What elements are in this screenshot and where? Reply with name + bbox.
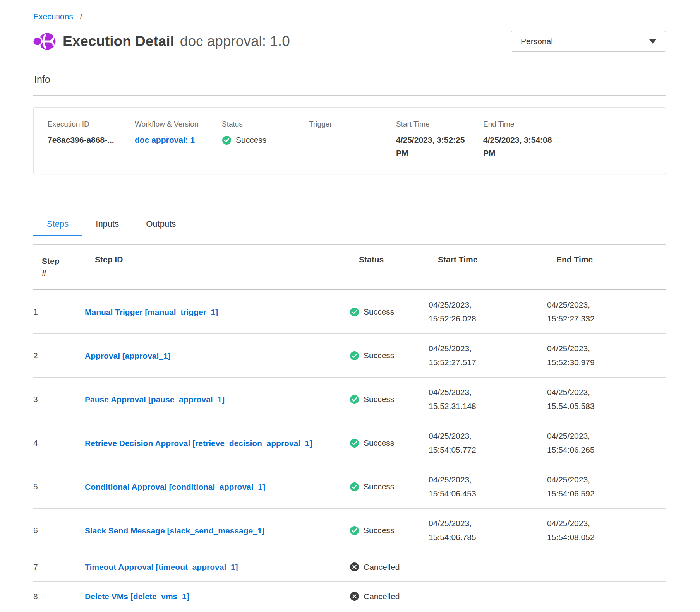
scope-selector-dropdown[interactable]: Personal [511, 31, 666, 52]
step-id-link[interactable]: Slack Send Message [slack_send_message_1… [85, 524, 265, 537]
info-field-start-time: Start Time4/25/2023, 3:52:25 PM [396, 120, 483, 160]
breadcrumb-executions-link[interactable]: Executions [33, 12, 73, 21]
step-id-link[interactable]: Conditional Approval [conditional_approv… [85, 480, 265, 494]
chevron-down-icon [649, 39, 656, 44]
workflow-icon [33, 31, 56, 52]
column-header-step-id: Step ID [85, 245, 350, 289]
column-header-start-time: Start Time [429, 245, 547, 289]
info-field-status: StatusSuccess [222, 120, 309, 160]
step-start-time-cell [429, 589, 547, 604]
step-start-time-cell [429, 559, 547, 575]
tab-steps[interactable]: Steps [33, 214, 82, 236]
tab-outputs[interactable]: Outputs [132, 214, 189, 236]
scope-selector-value: Personal [521, 37, 553, 46]
breadcrumb: Executions / [33, 12, 666, 22]
info-divider [33, 95, 666, 96]
workflow-version-link[interactable]: doc approval: 1 [135, 133, 212, 147]
step-end-time-cell: 04/25/2023,15:52:30.979 [547, 334, 666, 377]
info-label-trigger: Trigger [309, 120, 387, 128]
step-id-cell: Delete VMs [delete_vms_1] [85, 582, 350, 611]
step-start-time-cell: 04/25/2023,15:52:31.148 [429, 378, 547, 421]
step-end-time-cell: 04/25/2023,15:54:08.052 [547, 509, 666, 552]
info-label-workflow-version: Workflow & Version [135, 120, 213, 128]
end-date: 04/25/2023, [547, 473, 666, 487]
step-end-time-cell [547, 589, 666, 604]
success-icon [350, 395, 359, 404]
page-subtitle: doc approval: 1.0 [180, 33, 290, 50]
step-status-text: Success [364, 351, 394, 360]
end-date: 04/25/2023, [547, 516, 666, 530]
step-id-cell: Pause Approval [pause_approval_1] [85, 385, 350, 414]
table-row: 2Approval [approval_1]Success04/25/2023,… [33, 334, 666, 378]
end-time: 15:54:08.052 [547, 530, 666, 544]
step-start-time-cell: 04/25/2023,15:52:26.028 [429, 290, 547, 333]
step-id-cell: Retrieve Decision Approval [retrieve_dec… [85, 429, 350, 458]
info-card: Execution ID7e8ac396-a868-...Workflow & … [33, 107, 666, 174]
step-id-cell: Approval [approval_1] [85, 341, 350, 370]
step-start-time-cell: 04/25/2023,15:54:06.453 [429, 465, 547, 508]
step-id-link[interactable]: Delete VMs [delete_vms_1] [85, 590, 189, 603]
step-number: 8 [33, 584, 85, 609]
table-row: 4Retrieve Decision Approval [retrieve_de… [33, 421, 666, 465]
success-icon [350, 307, 359, 317]
step-id-cell: Manual Trigger [manual_trigger_1] [85, 297, 350, 327]
end-date: 04/25/2023, [547, 298, 666, 312]
table-row: 5Conditional Approval [conditional_appro… [33, 465, 666, 509]
step-id-link[interactable]: Timeout Approval [timeout_approval_1] [85, 560, 238, 574]
table-row: 6Slack Send Message [slack_send_message_… [33, 509, 666, 552]
step-status-text: Cancelled [364, 562, 400, 572]
info-section: Info Execution ID7e8ac396-a868-...Workfl… [33, 74, 666, 174]
step-status-text: Cancelled [364, 592, 400, 601]
info-field-workflow-version: Workflow & Versiondoc approval: 1 [135, 120, 222, 160]
step-id-cell: Conditional Approval [conditional_approv… [85, 472, 350, 501]
step-id-link[interactable]: Manual Trigger [manual_trigger_1] [85, 305, 218, 319]
cancelled-icon [350, 562, 359, 572]
column-header-end-time: End Time [547, 245, 666, 289]
info-field-end-time: End Time4/25/2023, 3:54:08 PM [483, 120, 570, 160]
breadcrumb-separator: / [80, 12, 82, 21]
step-start-time-cell: 04/25/2023,15:52:27.517 [429, 334, 547, 377]
table-row: 7Timeout Approval [timeout_approval_1]Ca… [33, 552, 666, 582]
step-number: 1 [33, 299, 85, 324]
start-time: 15:54:06.453 [429, 487, 547, 501]
start-date: 04/25/2023, [429, 516, 547, 530]
step-status-cell: Success [350, 518, 429, 543]
info-value-start-time: 4/25/2023, 3:52:25 PM [396, 133, 474, 160]
start-time: 15:52:31.148 [429, 399, 547, 413]
step-id-link[interactable]: Retrieve Decision Approval [retrieve_dec… [85, 436, 312, 450]
step-number: 2 [33, 343, 85, 368]
start-date: 04/25/2023, [429, 342, 547, 356]
start-date: 04/25/2023, [429, 298, 547, 312]
step-end-time-cell: 04/25/2023,15:54:06.265 [547, 421, 666, 465]
success-icon [350, 438, 359, 448]
end-time: 15:54:06.592 [547, 487, 666, 501]
step-number: 4 [33, 431, 85, 455]
step-status-text: Success [364, 526, 394, 535]
success-icon [350, 526, 359, 535]
page-title: Execution Detail [63, 33, 174, 50]
step-start-time-cell: 04/25/2023,15:54:06.785 [429, 509, 547, 552]
info-value-execution-id: 7e8ac396-a868-... [48, 133, 125, 147]
step-number: 5 [33, 474, 85, 499]
info-field-execution-id: Execution ID7e8ac396-a868-... [48, 120, 135, 160]
page-header: Execution Detail doc approval: 1.0 Perso… [33, 31, 666, 52]
tab-inputs[interactable]: Inputs [82, 214, 132, 236]
steps-table: Step #Step IDStatusStart TimeEnd Time1Ma… [33, 244, 666, 611]
step-status-text: Success [364, 482, 394, 491]
step-status-cell: Success [350, 431, 429, 456]
start-date: 04/25/2023, [429, 385, 547, 399]
end-time: 15:54:05.583 [547, 399, 666, 413]
info-field-trigger: Trigger [309, 120, 396, 160]
step-end-time-cell: 04/25/2023,15:54:05.583 [547, 378, 666, 421]
step-status-cell: Success [350, 299, 429, 325]
step-end-time-cell [547, 559, 666, 575]
tabs: StepsInputsOutputs [33, 214, 666, 236]
table-row: 8Delete VMs [delete_vms_1]Cancelled [33, 582, 666, 611]
step-start-time-cell: 04/25/2023,15:54:05.772 [429, 421, 547, 465]
step-id-link[interactable]: Approval [approval_1] [85, 349, 171, 362]
column-header-status: Status [350, 245, 429, 289]
execution-status: Success [222, 133, 300, 147]
step-id-link[interactable]: Pause Approval [pause_approval_1] [85, 393, 225, 406]
info-label-status: Status [222, 120, 300, 128]
step-status-cell: Success [350, 343, 429, 368]
